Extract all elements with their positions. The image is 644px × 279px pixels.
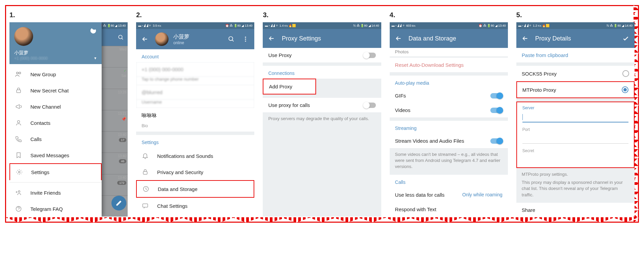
svg-rect-4 <box>17 90 21 92</box>
drawer-settings[interactable]: Settings <box>9 163 102 180</box>
videos-toggle[interactable]: Videos <box>390 103 508 117</box>
port-input[interactable] <box>522 134 628 144</box>
drawer-new-channel[interactable]: New Channel <box>9 99 102 115</box>
phone-screen-2: ▬ ▫ ◢ ◢ ᯤ 3.5K/s ⏰ ⁂ 🔋80 ◢ 13:40 小菠萝 onl… <box>136 22 254 217</box>
night-mode-icon[interactable] <box>89 27 97 36</box>
radio-on[interactable] <box>622 86 628 93</box>
socks5-option[interactable]: SOCKS5 Proxy <box>516 66 635 81</box>
back-icon[interactable] <box>521 34 529 43</box>
svg-rect-16 <box>143 204 148 207</box>
phone-screen-4: ▬ ▫ ◢ ◢ ᯤ 603B/s ⏰ ⁂ 🔋80 ◢ 13:40 Data an… <box>390 22 508 217</box>
switch-on[interactable] <box>490 138 503 144</box>
group-icon <box>15 71 22 78</box>
less-data-value: Only while roaming <box>462 192 503 197</box>
bio-label: Bio <box>136 123 254 132</box>
use-proxy-calls-toggle[interactable]: Use proxy for calls <box>263 98 381 112</box>
switch-off[interactable] <box>364 53 376 58</box>
settings-header: Settings <box>136 135 254 148</box>
step-number-1: 1. <box>9 11 128 19</box>
svg-line-10 <box>232 40 234 41</box>
step-number-3: 3. <box>263 11 381 19</box>
settings-notifications[interactable]: Notifications and Sounds <box>136 148 254 164</box>
reset-auto-download[interactable]: Reset Auto-Download Settings <box>390 58 508 72</box>
svg-line-1 <box>122 38 123 39</box>
search-icon[interactable] <box>117 33 125 41</box>
svg-point-0 <box>119 35 122 39</box>
page-title: Proxy Details <box>535 35 616 42</box>
svg-point-12 <box>245 38 246 39</box>
person-add-icon <box>15 189 22 196</box>
phone-sub-blurred: Tap to change phone number <box>136 77 254 85</box>
streaming-header: Streaming <box>390 121 508 134</box>
switch-on[interactable] <box>490 93 503 99</box>
connections-header: Connections <box>263 66 381 79</box>
less-data-row[interactable]: Use less data for callsOnly while roamin… <box>390 188 508 202</box>
chat-icon <box>141 202 149 210</box>
settings-chat[interactable]: Chat Settings <box>136 198 254 214</box>
search-icon[interactable] <box>227 35 235 43</box>
radio-off[interactable] <box>622 70 629 77</box>
drawer-saved-messages[interactable]: Saved Messages <box>9 147 102 163</box>
question-icon <box>15 205 22 213</box>
svg-point-5 <box>18 120 20 123</box>
drawer-phone-blurred: +1 (000) 000-0000 <box>14 56 97 61</box>
bookmark-icon <box>15 151 22 159</box>
settings-devices[interactable]: Devices <box>136 214 254 217</box>
port-label: Port <box>522 127 628 132</box>
bio-value[interactable]: 咻咻咻 <box>136 108 254 123</box>
settings-data-storage[interactable]: Data and Storage <box>136 180 254 198</box>
back-icon[interactable] <box>267 34 276 43</box>
drawer-contacts[interactable]: Contacts <box>9 115 102 131</box>
svg-point-13 <box>245 40 246 41</box>
calls-header: Calls <box>390 175 508 188</box>
back-icon[interactable] <box>141 35 149 43</box>
gifs-toggle[interactable]: GIFs <box>390 88 508 103</box>
autoplay-header: Auto-play media <box>390 76 508 88</box>
back-icon[interactable] <box>394 34 403 43</box>
proxy-toolbar: Proxy Settings <box>263 29 381 48</box>
phone-screen-3: ▬ ▫ ◢ ◢ ᯤ 1.4K/s 🔥🟨 ℕ ⁂ 🔋80 ◢ 14:40 Prox… <box>263 22 381 217</box>
secret-label: Secret <box>522 148 628 153</box>
step-number-2: 2. <box>136 11 254 19</box>
check-icon[interactable] <box>622 34 630 43</box>
proxy-details-toolbar: Proxy Details <box>516 29 635 48</box>
stream-toggle[interactable]: Stream Videos and Audio Files <box>390 134 508 148</box>
share-row[interactable]: Share <box>516 203 635 217</box>
secret-input[interactable] <box>522 155 628 165</box>
add-proxy-button[interactable]: Add Proxy <box>263 79 316 94</box>
svg-rect-14 <box>143 171 147 174</box>
statusbar: ▬ ▫ ◢ ◢ ᯤ 1.4K/s 🔥🟨 ℕ ⁂ 🔋80 ◢ 14:40 <box>263 22 381 29</box>
svg-point-3 <box>19 72 21 74</box>
statusbar: ▬ ▫ ◢ ◢ ᯤ 1.2K/s 🔥🟨 ℕ ⁂ 🔋80 ◢ 14:40 <box>516 22 635 29</box>
drawer-invite-friends[interactable]: Invite Friends <box>9 185 102 201</box>
statusbar: ▬ ▫ ◢ ◢ ᯤ 3.5K/s ⏰ ⁂ 🔋80 ◢ 13:40 <box>136 22 254 29</box>
username-blurred[interactable]: @blurred <box>136 85 254 100</box>
server-input[interactable] <box>522 112 628 122</box>
phone-screen-1: ▬ ▫ ◢ ◢ ᯤ 331B/s ⏰ ⁂ 🔋80 ◢ 13:40 Wed ✓Sa… <box>9 22 128 217</box>
photos-row-partial[interactable]: Photos <box>390 48 508 56</box>
avatar[interactable] <box>155 32 169 46</box>
new-chat-fab[interactable] <box>111 196 126 211</box>
respond-text-row[interactable]: Respond with Text <box>390 202 508 217</box>
phone-number-blurred[interactable]: +1 (000) 000-0000 <box>136 62 254 77</box>
settings-privacy[interactable]: Privacy and Security <box>136 164 254 180</box>
switch-off[interactable] <box>364 103 376 108</box>
statusbar: ▬ ▫ ◢ ◢ ᯤ 603B/s ⏰ ⁂ 🔋80 ◢ 13:40 <box>390 22 508 29</box>
use-proxy-toggle[interactable]: Use Proxy <box>263 48 381 62</box>
svg-point-9 <box>229 37 233 41</box>
data-storage-toolbar: Data and Storage <box>390 29 508 48</box>
mtproto-option[interactable]: MTProto Proxy <box>516 81 635 98</box>
switch-on[interactable] <box>490 108 503 113</box>
more-icon[interactable] <box>241 35 250 43</box>
mtproto-info: MTProto proxy settings. This proxy may d… <box>516 168 635 203</box>
step-number-4: 4. <box>390 11 508 19</box>
chevron-down-icon[interactable]: ▼ <box>94 56 97 60</box>
avatar[interactable] <box>14 27 33 46</box>
drawer-faq[interactable]: Telegram FAQ <box>9 201 102 217</box>
paste-clipboard[interactable]: Paste from clipboard <box>516 48 635 62</box>
drawer-new-group[interactable]: New Group <box>9 66 102 82</box>
drawer-calls[interactable]: Calls <box>9 131 102 147</box>
drawer-header: 小菠萝 +1 (000) 000-0000 ▼ <box>9 22 102 64</box>
drawer-new-secret-chat[interactable]: New Secret Chat <box>9 82 102 99</box>
profile-toolbar: 小菠萝 online <box>136 29 254 49</box>
